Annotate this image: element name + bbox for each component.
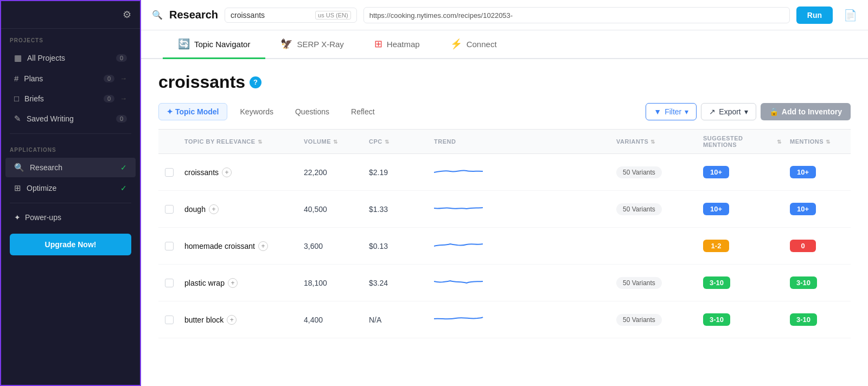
keyword-text: croissants <box>184 168 219 177</box>
mentions-badge: 10+ <box>790 166 816 178</box>
row-mentions: 0 <box>786 240 851 252</box>
locale-badge: us US (EN) <box>315 11 351 20</box>
run-button[interactable]: Run <box>796 7 833 24</box>
connect-icon: ⚡ <box>450 38 462 50</box>
variants-badge: 50 Variants <box>616 166 662 178</box>
row-checkbox-input[interactable] <box>165 168 174 177</box>
sort-icon[interactable]: ⇅ <box>650 139 655 145</box>
th-checkbox <box>158 135 180 148</box>
keyword-text: plastic wrap <box>184 279 225 287</box>
row-keyword: homemade croissant + <box>180 241 299 251</box>
row-checkbox <box>158 168 180 177</box>
sidebar-item-briefs[interactable]: □ Briefs 0 → <box>5 89 136 108</box>
sort-icon[interactable]: ⇅ <box>826 139 831 145</box>
row-checkbox-input[interactable] <box>165 279 174 287</box>
document-icon: 📄 <box>844 9 857 22</box>
suggested-mentions-badge: 3-10 <box>703 313 730 326</box>
mentions-badge: 3-10 <box>790 276 817 289</box>
mentions-badge: 3-10 <box>790 313 817 326</box>
check-icon: ✓ <box>120 163 127 172</box>
sidebar: ⚙ PROJECTS ▦ All Projects 0 # Plans 0 → … <box>0 0 141 386</box>
sidebar-item-label: Saved Writing <box>27 114 111 123</box>
sort-icon[interactable]: ⇅ <box>258 139 263 145</box>
url-input[interactable] <box>369 11 784 20</box>
filter-button[interactable]: ▼ Filter ▾ <box>646 103 697 120</box>
row-mentions: 10+ <box>786 166 851 178</box>
grid-icon: ▦ <box>14 53 22 63</box>
th-variants: VARIANTS ⇅ <box>612 135 699 148</box>
sidebar-item-optimize[interactable]: ⊞ Optimize ✓ <box>5 178 136 198</box>
reflect-tab[interactable]: Reflect <box>342 104 384 120</box>
gear-icon[interactable]: ⚙ <box>123 9 131 21</box>
table-row: dough + 40,500 $1.33 50 Variants 10+ 10+ <box>158 191 851 228</box>
sort-icon[interactable]: ⇅ <box>333 139 338 145</box>
sort-icon[interactable]: ⇅ <box>385 139 390 145</box>
results-table: TOPIC BY RELEVANCE ⇅ VOLUME ⇅ CPC ⇅ TREN… <box>158 129 851 338</box>
table-header: TOPIC BY RELEVANCE ⇅ VOLUME ⇅ CPC ⇅ TREN… <box>158 129 851 154</box>
sidebar-item-plans[interactable]: # Plans 0 → <box>5 69 136 88</box>
filter-icon: ▼ <box>654 107 661 116</box>
row-keyword: plastic wrap + <box>180 278 299 288</box>
sidebar-item-research[interactable]: 🔍 Research ✓ <box>5 158 136 177</box>
th-topic: TOPIC BY RELEVANCE ⇅ <box>180 135 299 148</box>
sidebar-item-saved-writing[interactable]: ✎ Saved Writing 0 <box>5 109 136 128</box>
trend-sparkline <box>434 198 488 218</box>
keywords-tab[interactable]: Keywords <box>232 104 282 120</box>
row-volume: 40,500 <box>299 205 365 214</box>
upgrade-now-button[interactable]: Upgrade Now! <box>10 234 131 255</box>
sidebar-item-label: Research <box>30 163 115 172</box>
th-suggested-mentions: SUGGESTED MENTIONS ⇅ <box>699 135 786 148</box>
edit-icon: ✎ <box>14 114 21 124</box>
add-to-inventory-button[interactable]: 🔒 Add to Inventory <box>761 103 851 120</box>
powerups-label: Power-ups <box>25 213 61 222</box>
search-icon: 🔍 <box>152 10 163 20</box>
row-variants: 50 Variants <box>612 314 699 326</box>
tab-connect[interactable]: ⚡ Connect <box>435 30 512 59</box>
help-icon[interactable]: ? <box>250 76 261 88</box>
add-keyword-button[interactable]: + <box>228 278 238 288</box>
suggested-mentions-badge: 3-10 <box>703 276 730 289</box>
sidebar-item-powerups[interactable]: ✦ Power-ups <box>5 208 136 227</box>
trend-sparkline <box>434 309 488 329</box>
topic-model-button[interactable]: ✦ Topic Model <box>158 103 227 120</box>
table-row: croissants + 22,200 $2.19 50 Variants 10… <box>158 154 851 191</box>
row-cpc: $2.19 <box>365 168 430 177</box>
lock-icon: 🔒 <box>769 107 778 116</box>
sidebar-header: ⚙ <box>1 1 140 29</box>
row-checkbox-input[interactable] <box>165 242 174 250</box>
row-cpc: $1.33 <box>365 205 430 214</box>
th-volume: VOLUME ⇅ <box>299 135 365 148</box>
add-keyword-button[interactable]: + <box>258 241 268 251</box>
tab-heatmap[interactable]: ⊞ Heatmap <box>359 30 435 59</box>
row-checkbox <box>158 316 180 324</box>
questions-tab[interactable]: Questions <box>286 104 338 120</box>
search-icon: 🔍 <box>14 163 24 172</box>
row-checkbox-input[interactable] <box>165 205 174 214</box>
sidebar-item-label: Plans <box>24 74 98 83</box>
export-button[interactable]: ↗ Export ▾ <box>701 103 756 120</box>
content-area: croissants ? ✦ Topic Model Keywords Ques… <box>141 59 868 386</box>
sparkle-icon: ✦ <box>14 213 21 222</box>
suggested-mentions-badge: 10+ <box>703 166 729 178</box>
row-checkbox-input[interactable] <box>165 316 174 324</box>
briefs-badge: 0 <box>104 95 114 102</box>
row-checkbox <box>158 279 180 287</box>
applications-section-label: APPLICATIONS <box>1 138 140 157</box>
tab-serp-xray[interactable]: 🦅 SERP X-Ray <box>265 30 359 59</box>
add-keyword-button[interactable]: + <box>222 168 232 177</box>
keyword-search-input[interactable] <box>231 11 312 20</box>
row-cpc: N/A <box>365 316 430 324</box>
add-keyword-button[interactable]: + <box>227 315 237 325</box>
top-bar: 🔍 Research us US (EN) Run 📄 <box>141 0 868 30</box>
row-trend <box>430 235 612 256</box>
chevron-down-icon: ▾ <box>685 107 688 116</box>
add-keyword-button[interactable]: + <box>209 204 219 214</box>
row-trend <box>430 272 612 293</box>
sidebar-item-all-projects[interactable]: ▦ All Projects 0 <box>5 48 136 68</box>
row-checkbox <box>158 205 180 214</box>
row-trend <box>430 198 612 220</box>
sidebar-divider <box>10 203 131 203</box>
trend-sparkline <box>434 272 488 292</box>
tab-topic-navigator[interactable]: 🔄 Topic Navigator <box>163 30 265 59</box>
sort-icon[interactable]: ⇅ <box>777 139 782 145</box>
